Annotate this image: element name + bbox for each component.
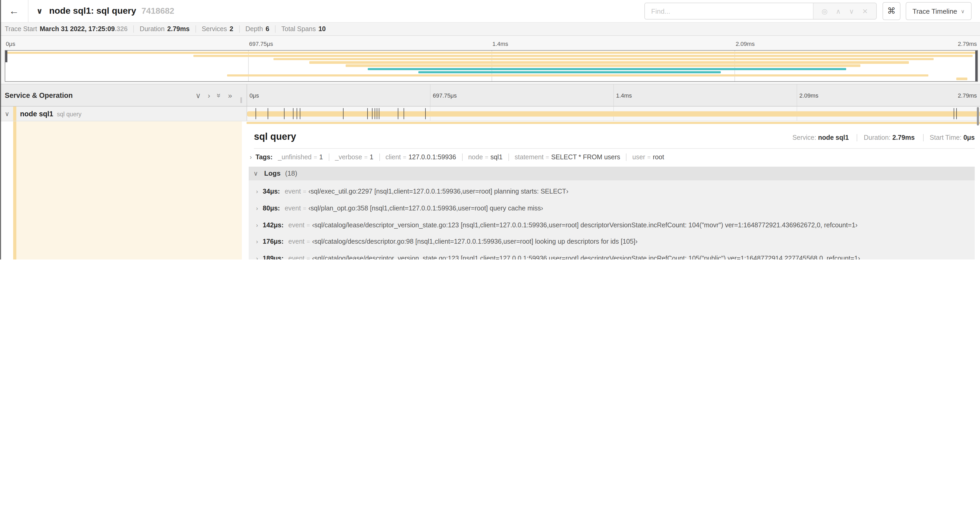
span-service-name: node sql1sql query	[20, 110, 81, 118]
minimap-tick-label: 697.75μs	[248, 41, 273, 47]
log-timestamp: 80μs:	[262, 204, 280, 212]
meta-duration: Duration: 2.79ms	[857, 134, 915, 141]
find-controls: ◎ ∧ ∨ ✕	[813, 3, 876, 19]
span-collapse-icon[interactable]: ∨	[5, 110, 10, 117]
trace-id: 7418682	[142, 6, 174, 16]
tag-key: user	[632, 153, 645, 161]
log-tick-mark	[379, 108, 379, 119]
span-extent-line	[246, 122, 980, 124]
log-entry[interactable]: ›34μs:event=‹sql/exec_util.go:2297 [nsql…	[249, 184, 975, 200]
log-timestamp: 34μs:	[262, 188, 280, 195]
log-tick-mark	[377, 108, 377, 119]
minimap-tick-labels: 0μs 697.75μs 1.4ms 2.09ms 2.79ms	[5, 41, 978, 49]
log-timestamp: 142μs:	[262, 221, 283, 228]
chevron-down-icon: ∨	[253, 170, 258, 177]
chevron-down-icon: ∨	[961, 8, 965, 14]
log-message: ‹sql/plan_opt.go:358 [nsql1,client=127.0…	[309, 204, 543, 212]
tag-equals: =	[364, 154, 368, 160]
stat-value: March 31 2022, 17:25:09	[40, 25, 115, 33]
span-row-name-cell[interactable]: ∨ node sql1sql query	[0, 107, 246, 121]
find-target-icon[interactable]: ◎	[822, 7, 828, 15]
log-tick-mark	[293, 108, 294, 119]
column-resize-grip[interactable]: ∥	[240, 96, 243, 103]
tag-key: node	[468, 153, 483, 161]
stat-label: Total Spans	[282, 25, 316, 33]
log-tick-mark	[256, 108, 256, 119]
minimap-canvas[interactable]	[5, 50, 978, 82]
span-detail-panel: sql query Service: node sql1 Duration: 2…	[242, 121, 980, 260]
top-bar: ← ∨ node sql1: sql query 7418682 ◎ ∧ ∨ ✕…	[0, 0, 980, 22]
log-tick-mark	[284, 108, 285, 119]
detail-row-left-gutter	[0, 121, 242, 260]
span-row-timeline[interactable]	[246, 107, 980, 121]
minimap-right-scrubber[interactable]	[975, 51, 977, 81]
log-entry[interactable]: ›80μs:event=‹sql/plan_opt.go:358 [nsql1,…	[249, 200, 975, 217]
tags-label: Tags:	[256, 153, 273, 161]
collapse-one-icon[interactable]: ∨	[196, 91, 201, 99]
find-prev-icon[interactable]: ∧	[836, 7, 841, 15]
stat-value: 2	[230, 25, 234, 33]
find-next-icon[interactable]: ∨	[849, 7, 854, 15]
tag-key: client	[385, 153, 401, 161]
log-tick-mark	[954, 108, 954, 119]
log-entry[interactable]: ›142μs:event=‹sql/catalog/lease/descript…	[249, 217, 975, 234]
minimap-span-bar	[368, 68, 846, 70]
tag-value: 1	[370, 153, 373, 161]
span-tag: client=127.0.0.1:59936	[379, 153, 462, 161]
minimap-span-bar	[418, 71, 721, 73]
stat-value: 2.79ms	[167, 25, 190, 33]
collapse-controls: ∨ › » »	[196, 91, 232, 99]
span-duration-bar[interactable]	[247, 111, 980, 117]
logs-header[interactable]: ∨ Logs (18)	[249, 167, 975, 180]
stat-value: 10	[318, 25, 326, 33]
minimap-tick-label: 2.09ms	[735, 41, 755, 47]
view-select-label: Trace Timeline	[913, 7, 957, 15]
log-tick-mark	[404, 108, 404, 119]
collapse-all-icon[interactable]: »	[215, 93, 223, 97]
tag-key: _verbose	[335, 153, 362, 161]
span-detail-meta: Service: node sql1 Duration: 2.79ms Star…	[792, 134, 975, 141]
view-select-button[interactable]: Trace Timeline ∨	[906, 2, 972, 20]
log-equals: =	[307, 239, 310, 245]
window-edge	[0, 0, 1, 260]
chevron-right-icon: ›	[256, 205, 258, 211]
ruler-tick-label: 1.4ms	[614, 92, 632, 98]
find-clear-icon[interactable]: ✕	[862, 7, 868, 15]
span-tag: _verbose=1	[329, 153, 379, 161]
log-tick-mark	[375, 108, 375, 119]
logs-section: ∨ Logs (18) ›34μs:event=‹sql/exec_util.g…	[249, 167, 975, 260]
vertical-scrollbar-thumb[interactable]	[977, 107, 979, 126]
stat-label: Depth	[245, 25, 263, 33]
log-tick-mark	[299, 108, 300, 119]
log-entry[interactable]: ›176μs:event=‹sql/catalog/descs/descript…	[249, 234, 975, 251]
log-entry[interactable]: ›189μs:event=‹sql/catalog/lease/descript…	[249, 251, 975, 260]
span-color-accent	[13, 121, 16, 260]
log-tick-mark	[368, 108, 368, 119]
log-tick-mark	[372, 108, 372, 119]
find-input[interactable]	[645, 3, 813, 19]
minimap-left-scrubber[interactable]	[5, 51, 7, 62]
expanded-row-tint	[16, 121, 242, 260]
minimap-span-bar	[274, 58, 933, 61]
log-equals: =	[307, 255, 310, 260]
back-button[interactable]: ←	[0, 0, 29, 22]
chevron-right-icon: ›	[256, 222, 258, 228]
span-tag: _unfinished=1	[278, 153, 329, 161]
minimap-span-bar	[956, 78, 967, 80]
ruler-tick-label: 2.09ms	[797, 92, 818, 98]
timeline-header: Service & Operation ∨ › » » ∥ 0μs 697.75…	[0, 84, 980, 107]
log-timestamp: 176μs:	[262, 238, 283, 246]
span-detail-title: sql query	[254, 131, 792, 142]
span-row: ∨ node sql1sql query	[0, 107, 980, 121]
span-operation-name: sql query	[57, 111, 81, 117]
tag-equals: =	[403, 154, 406, 160]
tags-row[interactable]: › Tags: _unfinished=1 _verbose=1 client=…	[249, 149, 975, 165]
expand-all-icon[interactable]: »	[228, 91, 232, 99]
trace-stat: Depth 6	[239, 25, 269, 33]
top-bar-actions: ◎ ∧ ∨ ✕ ⌘ Trace Timeline ∨	[644, 2, 980, 20]
trace-collapse-icon[interactable]: ∨	[37, 6, 43, 16]
span-tag: node=sql1	[462, 153, 508, 161]
expand-one-icon[interactable]: ›	[208, 91, 210, 99]
keyboard-shortcuts-button[interactable]: ⌘	[883, 2, 900, 20]
meta-service: Service: node sql1	[792, 134, 849, 141]
